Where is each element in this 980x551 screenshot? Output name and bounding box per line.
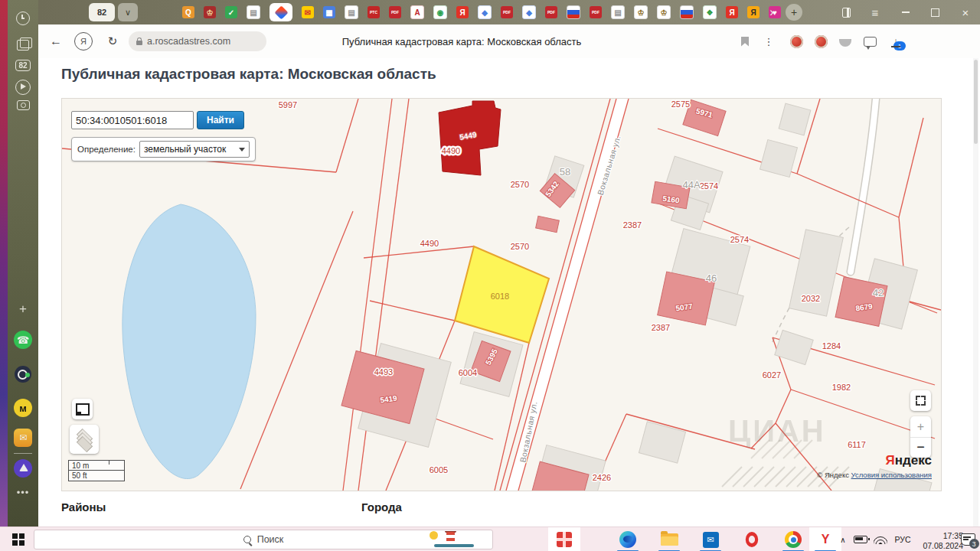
- browser-toolbar: ← Я ↻ a.roscadastres.com Публичная кадас…: [38, 24, 980, 59]
- definition-select[interactable]: земельный участок: [139, 141, 250, 158]
- definition-label: Определение:: [77, 145, 136, 154]
- tab-strip: Q♔✓▤✉▦▤PTCPDFA◉Я◆PDF◆PDFPDF▤♔♔❖ЯЯ♥: [182, 3, 781, 21]
- parcel-label: 6004: [459, 368, 477, 377]
- menu-icon[interactable]: ≡: [864, 5, 887, 20]
- taskbar-gift-app[interactable]: [548, 527, 580, 551]
- video-icon[interactable]: [8, 80, 38, 95]
- chevron-down-icon: [239, 148, 245, 152]
- section-heading-districts[interactable]: Районы: [61, 500, 106, 514]
- status-icon[interactable]: [8, 366, 38, 383]
- browser-tab[interactable]: ▤: [345, 5, 358, 19]
- building-number-gray: 46: [706, 272, 717, 284]
- zoom-control: + −: [910, 416, 931, 458]
- browser-tab[interactable]: ◉: [433, 5, 447, 19]
- browser-tab[interactable]: PDF: [590, 6, 602, 18]
- browser-tab[interactable]: Q: [182, 6, 194, 18]
- cadastral-map[interactable]: 6018599744902570257025752574257423872387…: [61, 98, 942, 491]
- terms-link[interactable]: Условия использования: [851, 471, 932, 479]
- browser-tab[interactable]: PTC: [368, 6, 380, 18]
- browser-tab[interactable]: Я: [456, 6, 469, 18]
- taskbar-search[interactable]: Поиск: [34, 530, 493, 549]
- copyright-text: © Яндекс: [817, 471, 849, 479]
- browser-tab[interactable]: PDF: [389, 6, 401, 18]
- tab-group-counter[interactable]: 82: [89, 3, 115, 21]
- taskbar-edge[interactable]: [612, 527, 644, 551]
- close-button[interactable]: ×: [954, 5, 977, 20]
- maximize-button[interactable]: [923, 5, 946, 20]
- extension-seal2-icon[interactable]: [810, 24, 831, 58]
- tray-chevron-icon[interactable]: ∧: [836, 527, 850, 551]
- browser-tab[interactable]: A: [410, 5, 424, 19]
- search-highlight-illustration[interactable]: [403, 531, 489, 548]
- browser-tab[interactable]: ♔: [204, 6, 216, 18]
- scale-bar: 10 m 50 ft: [68, 460, 125, 481]
- parcel-label: 4490: [442, 146, 460, 155]
- browser-tab[interactable]: ▤: [611, 5, 625, 19]
- screenshot-icon[interactable]: [8, 100, 38, 110]
- browser-tab[interactable]: [270, 3, 292, 21]
- yandex-home-button[interactable]: Я: [72, 24, 95, 58]
- bookmark-icon[interactable]: [735, 24, 755, 58]
- browser-tab[interactable]: PDF: [545, 6, 557, 18]
- tab-counter[interactable]: 82: [8, 60, 38, 71]
- windows-taskbar: Поиск ✉ Y ∧ РУС 17:35 07.08.2024 3: [0, 527, 980, 551]
- find-button[interactable]: Найти: [197, 111, 244, 129]
- extension-pocket-icon[interactable]: [835, 24, 856, 58]
- browser-tab[interactable]: ✓: [225, 6, 237, 18]
- extension-seal-icon[interactable]: [786, 24, 807, 58]
- browser-tab[interactable]: ♔: [657, 5, 671, 19]
- browser-tab[interactable]: ◆: [522, 5, 536, 19]
- taskbar-chrome[interactable]: [777, 527, 809, 551]
- browser-tab[interactable]: ▦: [323, 6, 335, 18]
- battery-icon[interactable]: [851, 527, 870, 551]
- reload-button[interactable]: ↻: [101, 24, 124, 58]
- browser-tab[interactable]: Я: [747, 6, 760, 18]
- language-indicator[interactable]: РУС: [891, 527, 914, 551]
- measure-button[interactable]: [72, 399, 93, 419]
- wifi-icon[interactable]: [871, 527, 890, 551]
- messenger-icon[interactable]: м: [8, 399, 38, 417]
- browser-tab[interactable]: PDF: [501, 6, 513, 18]
- fullscreen-button[interactable]: [910, 390, 931, 411]
- browser-tab[interactable]: ♔: [634, 5, 648, 19]
- browser-tab[interactable]: [567, 5, 580, 19]
- notification-center[interactable]: 3: [959, 527, 977, 551]
- page-scrollbar[interactable]: [973, 58, 978, 527]
- side-panel-icon[interactable]: [835, 5, 858, 20]
- taskbar-opera[interactable]: [736, 527, 768, 551]
- whatsapp-icon[interactable]: ☎: [8, 331, 38, 349]
- parcel-label: 4493: [374, 367, 393, 377]
- add-panel-icon[interactable]: +: [8, 302, 38, 317]
- tab-overflow-icon[interactable]: ›: [764, 3, 779, 21]
- yandex-mail-icon[interactable]: ✉: [8, 429, 38, 447]
- browser-tab[interactable]: ◆: [478, 5, 492, 19]
- tab-group-chevron-icon[interactable]: ∨: [118, 3, 138, 21]
- all-pages-icon[interactable]: [8, 40, 38, 51]
- browser-tab[interactable]: ❖: [703, 5, 717, 19]
- browser-tab[interactable]: ✉: [302, 6, 314, 18]
- layers-button[interactable]: [70, 425, 99, 454]
- downloads-icon[interactable]: ↓1: [885, 24, 906, 58]
- clock[interactable]: 17:35 07.08.2024: [923, 529, 963, 551]
- more-icon[interactable]: •••: [8, 487, 38, 498]
- back-button[interactable]: ←: [44, 24, 67, 58]
- cadastral-search-input[interactable]: [71, 111, 194, 129]
- history-icon[interactable]: [8, 11, 38, 25]
- watermark: ЦИАН: [728, 414, 826, 448]
- browser-tab[interactable]: [680, 5, 694, 19]
- minimize-button[interactable]: [894, 5, 917, 20]
- section-heading-cities[interactable]: Города: [361, 500, 402, 514]
- address-bar[interactable]: a.roscadastres.com: [129, 31, 266, 51]
- more-options-icon[interactable]: ⋮: [761, 24, 776, 58]
- browser-tab[interactable]: Я: [726, 6, 738, 18]
- extension-dialog-icon[interactable]: [859, 24, 880, 58]
- taskbar-explorer[interactable]: [653, 527, 685, 551]
- browser-tab[interactable]: ▤: [247, 5, 260, 19]
- alice-icon[interactable]: [8, 459, 38, 478]
- taskbar-mail[interactable]: ✉: [694, 527, 727, 551]
- scrollbar-thumb[interactable]: [974, 60, 978, 144]
- zoom-in-button[interactable]: +: [910, 416, 931, 438]
- start-button[interactable]: [6, 527, 31, 551]
- definition-value: земельный участок: [144, 144, 226, 155]
- new-tab-button[interactable]: +: [786, 4, 802, 21]
